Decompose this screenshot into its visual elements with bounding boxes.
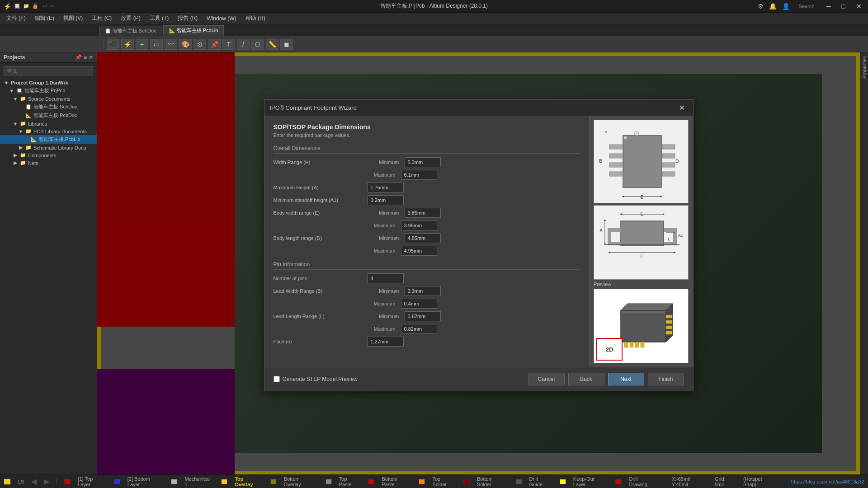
menu-report[interactable]: 报告 (R) <box>173 14 202 23</box>
pin-info-header: Pin Information <box>274 261 580 270</box>
pin-tool[interactable]: 📌 <box>208 39 221 50</box>
menu-place[interactable]: 放置 (P) <box>116 14 145 23</box>
poly-tool[interactable]: ⬡ <box>251 39 264 50</box>
status-sep-1 <box>57 478 57 485</box>
pitch-row: Pitch (e) <box>274 337 580 347</box>
undo-icon[interactable]: ↩ <box>43 3 47 9</box>
lead-width-min-input[interactable] <box>405 286 441 296</box>
width-max-input[interactable] <box>401 170 437 180</box>
max-height-input[interactable] <box>368 183 404 192</box>
width-min-input[interactable] <box>405 157 441 167</box>
lead-width-max-row: Maximum <box>364 299 580 309</box>
add-tool[interactable]: + <box>136 39 148 50</box>
tab-schdoc-label: 智能车主板.SchDoc <box>113 28 156 33</box>
tree-item-pcblib-selected[interactable]: 📐 智能车主板.PcbLib <box>0 135 97 144</box>
menu-file[interactable]: 文件 (F) <box>2 14 30 23</box>
generate-step-checkbox[interactable] <box>274 376 280 382</box>
pitch-input[interactable] <box>368 337 404 347</box>
3d-tool[interactable]: ◼ <box>280 39 293 50</box>
minimize-button[interactable]: ─ <box>824 2 834 11</box>
fill-tool[interactable]: 🎨 <box>179 39 192 50</box>
generate-step-container: Generate STEP Model Preview <box>274 376 358 382</box>
tree-item-source-docs[interactable]: ▼ 📁 Source Documents <box>0 95 97 103</box>
finish-button[interactable]: Finish <box>648 373 684 385</box>
preview-label-text: Preview <box>594 282 689 287</box>
svg-rect-4 <box>609 154 622 158</box>
next-button[interactable]: Next <box>608 373 644 385</box>
svg-point-1 <box>623 136 627 140</box>
redo-icon[interactable]: ↪ <box>50 3 54 9</box>
body-width-label: Body width range (E) <box>274 210 364 216</box>
num-pins-input[interactable] <box>368 273 404 283</box>
width-range-row: Width Range (H) Minimum <box>274 157 580 167</box>
tree-item-components[interactable]: ▶ 📁 Components <box>0 151 97 159</box>
dialog-close-button[interactable]: ✕ <box>676 103 688 113</box>
panel-pin-icon[interactable]: 📌 <box>75 54 82 61</box>
tree-item-nets[interactable]: ▶ 📁 Nets <box>0 159 97 167</box>
lead-length-max-label: Maximum <box>364 326 396 332</box>
tree-item-pcbdoc[interactable]: 📐 智能车主板.PcbDoc <box>0 111 97 120</box>
menu-view[interactable]: 视图 (V) <box>59 14 87 23</box>
min-standoff-input[interactable] <box>368 195 404 205</box>
tree-item-pcb-lib-docs[interactable]: ▼ 📁 PCB Library Documents <box>0 127 97 135</box>
min-standoff-row: Minimum standoff height (A1) <box>274 195 580 205</box>
body-width-max-input[interactable] <box>401 221 437 230</box>
panel-menu-icon[interactable]: ≡ <box>84 54 87 61</box>
2d-preview-box[interactable]: 2D <box>596 338 623 361</box>
notification-icon[interactable]: 🔔 <box>769 3 777 10</box>
scroll-left[interactable]: ◀ <box>31 477 37 486</box>
measure-tool[interactable]: 📏 <box>266 39 278 50</box>
close-button[interactable]: ✕ <box>854 2 864 11</box>
lead-width-max-input[interactable] <box>401 299 437 309</box>
tab-schdoc[interactable]: 📋 智能车主板.SchDoc <box>99 26 162 36</box>
body-width-min-input[interactable] <box>405 208 441 218</box>
menu-tools[interactable]: 工具 (T) <box>145 14 174 23</box>
lead-length-max-input[interactable] <box>401 324 437 334</box>
menu-window[interactable]: Window (W) <box>202 14 241 23</box>
wave-tool[interactable]: 〰 <box>165 39 177 50</box>
titlebar-left: ⚡ 🔲 📁 🔒 ↩ ↪ <box>4 3 54 10</box>
menu-edit[interactable]: 编辑 (E) <box>30 14 59 23</box>
max-height-row: Maximum Height (A) <box>274 183 580 192</box>
via-tool[interactable]: ⊙ <box>193 39 206 50</box>
svg-rect-42 <box>666 331 672 334</box>
bottom-overlay-label: Bottom Overlay <box>284 476 318 487</box>
filter-tool[interactable]: ⬛ <box>107 39 119 50</box>
text-tool[interactable]: T <box>222 39 235 50</box>
width-max-sublabel: Maximum <box>364 172 396 178</box>
expand-icon-3: ▼ <box>13 96 18 102</box>
rect-tool[interactable]: ▭ <box>150 39 163 50</box>
footprint-wizard-dialog: IPC® Compliant Footprint Wizard ✕ SOP/TS… <box>264 99 693 391</box>
route-tool[interactable]: ⚡ <box>121 39 134 50</box>
cancel-button[interactable]: Cancel <box>528 373 565 385</box>
pcb-lib-docs-icon: 📁 <box>25 128 32 134</box>
body-length-min-input[interactable] <box>405 233 441 243</box>
menu-project[interactable]: 工程 (C) <box>87 14 116 23</box>
tree-item-label: Project Group 1.DsnWrk <box>11 80 68 85</box>
tree-item-prjpcb[interactable]: ▼ 🔲 智能车主板.PrjPcb <box>0 86 97 95</box>
svg-text:L: L <box>668 237 670 241</box>
tree-item-libraries[interactable]: ▼ 📁 Libraries <box>0 120 97 127</box>
lead-width-max-label: Maximum <box>364 301 396 306</box>
line-tool[interactable]: / <box>237 39 250 50</box>
restore-button[interactable]: □ <box>839 2 848 11</box>
mech1-label: Mechanical 1 <box>184 476 214 487</box>
coordinates-label: X:-65mil Y:40mil <box>672 476 708 487</box>
dialog-section-title: SOP/TSOP Package Dimensions <box>274 123 580 131</box>
pcbdoc-icon: 📐 <box>25 113 32 118</box>
user-icon[interactable]: 👤 <box>782 3 790 10</box>
settings-icon[interactable]: ⚙ <box>758 3 764 10</box>
back-button[interactable]: Back <box>568 373 604 385</box>
panel-close-icon[interactable]: ✕ <box>89 54 93 61</box>
scroll-right[interactable]: ▶ <box>44 477 49 486</box>
menu-help[interactable]: 帮助 (H) <box>241 14 270 23</box>
tab-pcblib[interactable]: 📐 智能车主板.PcbLib <box>163 25 224 36</box>
tree-item-project-group[interactable]: ▼ Project Group 1.DsnWrk <box>0 79 97 86</box>
keepout-color <box>560 479 566 484</box>
body-length-min-label: Minimum <box>368 235 399 241</box>
lead-length-min-input[interactable] <box>405 311 441 321</box>
tree-item-schdoc[interactable]: 📋 智能车主板.SchDoc <box>0 103 97 111</box>
search-input[interactable] <box>4 66 93 75</box>
tree-item-sch-lib[interactable]: ▶ 📁 Schematic Library Docu <box>0 144 97 151</box>
body-length-max-input[interactable] <box>401 246 437 256</box>
